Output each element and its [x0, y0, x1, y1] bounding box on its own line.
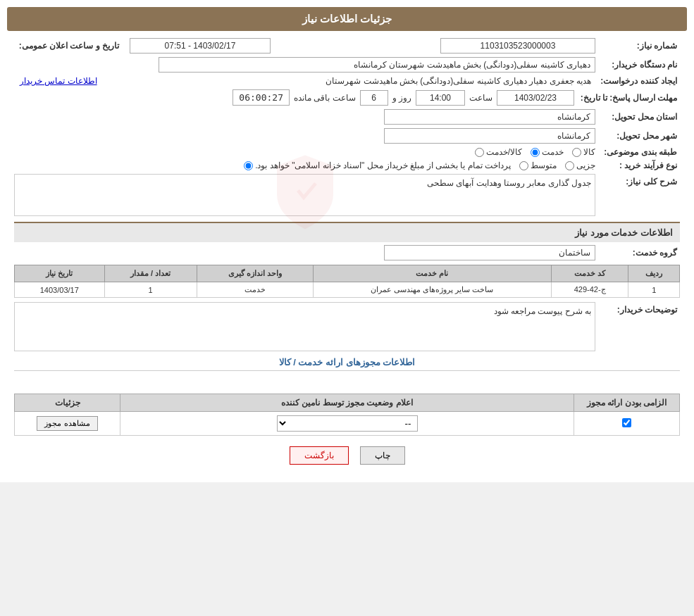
radio-kala-khadamat[interactable]: کالا/خدمت [475, 147, 522, 157]
table-row: 1 ج-42-429 ساخت سایر پروژه‌های مهندسی عم… [15, 282, 680, 298]
radio-mottavas[interactable]: متوسط [519, 161, 557, 170]
tabaqe-radio-group: کالا خدمت کالا/خدمت [475, 147, 595, 157]
col-tarikh: تاریخ نیاز [15, 265, 105, 282]
cell-elzami [574, 412, 680, 436]
page-wrapper: جزئیات اطلاعات نیاز شماره نیاز: 11031035… [0, 0, 694, 482]
radio-mottavas-input[interactable] [519, 161, 528, 170]
radio-asnad-label: پرداخت تمام یا بخشی از مبلغ خریداز محل "… [255, 161, 511, 170]
sharhKoli-value: جدول گذاری معابر روستا وهدایت آبهای سطحی [427, 178, 591, 188]
countdown-label: ساعت باقی مانده [294, 93, 356, 103]
namDastgah-value: دهیاری کاشینه سفلی(دودانگی) بخش ماهیدشت … [159, 57, 595, 73]
ijadKonande-value: هدیه جعفری دهیار دهیاری کاشینه سفلی(دودا… [97, 76, 595, 86]
buyer-notes-label: توضیحات خریدار: [595, 302, 680, 315]
ostan-value: کرمانشاه [384, 109, 595, 125]
ostan-label: استان محل تحویل: [595, 112, 680, 122]
cell-name: ساخت سایر پروژه‌های مهندسی عمران [313, 282, 551, 298]
col-elzami: الزامی بودن ارائه مجوز [574, 394, 680, 412]
cell-kod: ج-42-429 [551, 282, 628, 298]
noeFarayand-label: نوع فرآیند خرید : [595, 161, 680, 170]
shomareNiaz-label: شماره نیاز: [595, 41, 680, 51]
radio-kala-input[interactable] [572, 148, 581, 157]
radio-jozi[interactable]: جزیی [565, 161, 595, 170]
buyer-notes-container: به شرح پیوست مراجعه شود [14, 302, 595, 351]
moshahede-majoz-button[interactable]: مشاهده مجوز [37, 416, 97, 431]
khadamat-table: ردیف کد خدمت نام خدمت واحد اندازه گیری ت… [14, 265, 680, 298]
col-vahed: واحد اندازه گیری [197, 265, 313, 282]
mohlat-roz: 6 [360, 90, 388, 106]
radio-jozi-input[interactable] [565, 161, 574, 170]
cell-tedad: 1 [104, 282, 197, 298]
col-joziyat: جزئیات [15, 394, 120, 412]
tarikhSaat-label: تاریخ و ساعت اعلان عمومی: [14, 41, 127, 51]
mohlat-label: مهلت ارسال پاسخ: تا تاریخ: [574, 93, 680, 103]
elzami-checkbox[interactable] [622, 418, 631, 427]
radio-khadamat-input[interactable] [531, 148, 540, 157]
tarikhSaat-value: 1403/02/17 - 07:51 [130, 38, 271, 54]
cell-joziyat: مشاهده مجوز [15, 412, 120, 436]
mohlat-date: 1403/02/23 [497, 90, 574, 106]
radio-kala-label: کالا [583, 147, 595, 157]
ijadKonande-label: ایجاد کننده درخواست: [595, 76, 680, 86]
cell-aelamVaziat: -- [120, 412, 574, 436]
col-tedad: تعداد / مقدار [104, 265, 197, 282]
namDastgah-label: نام دستگاه خریدار: [595, 60, 680, 70]
radio-khadamat[interactable]: خدمت [531, 147, 564, 157]
sharhKoli-container: جدول گذاری معابر روستا وهدایت آبهای سطحی [14, 174, 595, 216]
col-kod: کد خدمت [551, 265, 628, 282]
aelamVaziat-select[interactable]: -- [277, 415, 418, 432]
tabaqe-label: طبقه بندی موضوعی: [595, 147, 680, 157]
sharhKoli-label: شرح کلی نیاز: [595, 174, 680, 187]
radio-kala[interactable]: کالا [572, 147, 595, 157]
mohlat-saat: 14:00 [416, 90, 465, 106]
back-button[interactable]: بازگشت [290, 446, 349, 465]
page-title: جزئیات اطلاعات نیاز [302, 13, 392, 25]
licenses-section-title: اطلاعات مجوزهای ارائه خدمت / کالا [14, 357, 680, 371]
shomareNiaz-value: 1103103523000003 [440, 38, 595, 54]
roz-label: روز و [392, 93, 411, 103]
radio-mottavas-label: متوسط [531, 161, 557, 170]
ittela-tamas-link[interactable]: اطلاعات تماس خریدار [20, 76, 97, 86]
page-header: جزئیات اطلاعات نیاز [7, 7, 687, 31]
grooh-label: گروه خدمت: [595, 248, 680, 258]
radio-kala-khadamat-input[interactable] [475, 148, 484, 157]
shahr-value: کرمانشاه [384, 128, 595, 144]
radio-jozi-label: جزیی [576, 161, 595, 170]
grooh-value: ساختمان [384, 245, 595, 260]
mohlat-countdown: 06:00:27 [233, 89, 290, 106]
saat-label: ساعت [469, 93, 492, 103]
khadamat-section-header: اطلاعات خدمات مورد نیاز [14, 222, 680, 242]
license-row: -- مشاهده مجوز [15, 412, 680, 436]
licenses-table: الزامی بودن ارائه مجوز اعلام وضعیت مجوز … [14, 394, 680, 436]
radio-asnad[interactable]: پرداخت تمام یا بخشی از مبلغ خریداز محل "… [244, 161, 511, 170]
radio-khadamat-label: خدمت [542, 147, 564, 157]
col-name: نام خدمت [313, 265, 551, 282]
shahr-label: شهر محل تحویل: [595, 131, 680, 141]
main-content: شماره نیاز: 1103103523000003 1403/02/17 … [7, 38, 687, 465]
cell-radif: 1 [628, 282, 680, 298]
radio-kala-khadamat-label: کالا/خدمت [486, 147, 522, 157]
cell-tarikh: 1403/03/17 [15, 282, 105, 298]
buyer-notes-value: به شرح پیوست مراجعه شود [494, 306, 591, 316]
farayand-radio-group: جزیی متوسط پرداخت تمام یا بخشی از مبلغ خ… [244, 161, 595, 170]
print-button[interactable]: چاپ [360, 446, 405, 465]
col-aelamVaziat: اعلام وضعیت مجوز توسط نامین کننده [120, 394, 574, 412]
cell-vahed: خدمت [197, 282, 313, 298]
radio-asnad-input[interactable] [244, 161, 253, 170]
action-buttons: چاپ بازگشت [14, 446, 680, 465]
col-radif: ردیف [628, 265, 680, 282]
